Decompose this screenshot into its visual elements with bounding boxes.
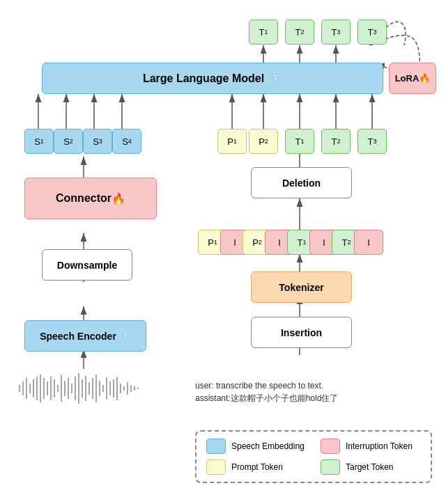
legend-interruption-label: Interruption Token (346, 441, 413, 451)
insertion-box: Insertion (251, 317, 352, 348)
lora-label: LoRA (395, 73, 420, 84)
output-t2: T2 (285, 19, 314, 45)
connector-box: Connector 🔥 (24, 178, 157, 219)
connector-label: Connector (56, 192, 112, 205)
p1-token-top: P1 (217, 129, 247, 154)
speech-encoder-label: Speech Encoder (40, 331, 116, 342)
downsample-box: Downsample (42, 249, 132, 281)
legend: Speech Embedding Interruption Token Prom… (195, 430, 432, 483)
legend-target: Target Token (321, 459, 421, 475)
lora-box: LoRA 🔥 (389, 63, 436, 94)
s3-token: S3 (83, 129, 112, 154)
legend-speech-swatch (206, 439, 226, 454)
lora-emoji: 🔥 (419, 73, 430, 84)
t1-token-top: T1 (285, 129, 314, 154)
diagram: Large Language Model ❄️ LoRA 🔥 T1 T2 T3 … (0, 0, 446, 504)
insertion-label: Insertion (281, 327, 322, 338)
user-text: user: transcribe the speech to text. (195, 379, 432, 392)
legend-target-swatch (321, 459, 340, 475)
tokenizer-label: Tokenizer (279, 282, 323, 293)
legend-speech-label: Speech Embedding (231, 441, 305, 451)
legend-interruption-swatch (321, 439, 340, 454)
audio-waveform (13, 369, 159, 407)
mid-i4: I (354, 230, 383, 255)
legend-prompt-label: Prompt Token (231, 462, 283, 472)
output-t3b: T3 (357, 19, 387, 45)
output-t3a: T3 (321, 19, 351, 45)
legend-interruption: Interruption Token (321, 439, 421, 454)
deletion-label: Deletion (282, 178, 321, 189)
assistant-text: assistant:这款帽子小个子也能hold住了 (195, 392, 432, 404)
tokenizer-box: Tokenizer (251, 271, 352, 303)
speech-encoder-emoji: ❄️ (119, 331, 131, 342)
s4-token: S4 (112, 129, 141, 154)
llm-label: Large Language Model (143, 72, 264, 85)
t2-token-top: T2 (321, 129, 351, 154)
text-block: user: transcribe the speech to text. ass… (195, 379, 432, 404)
llm-box: Large Language Model ❄️ (42, 63, 383, 94)
deletion-box: Deletion (251, 167, 352, 198)
llm-emoji: ❄️ (268, 72, 282, 85)
legend-speech: Speech Embedding (206, 439, 307, 454)
output-t1: T1 (249, 19, 278, 45)
connector-emoji: 🔥 (112, 192, 125, 205)
s1-token: S1 (24, 129, 54, 154)
legend-prompt-swatch (206, 459, 226, 475)
downsample-label: Downsample (57, 260, 117, 271)
p2-token-top: P2 (249, 129, 278, 154)
legend-prompt: Prompt Token (206, 459, 307, 475)
t3-token-top: T3 (357, 129, 387, 154)
s2-token: S2 (54, 129, 83, 154)
speech-encoder-box: Speech Encoder ❄️ (24, 320, 146, 352)
legend-target-label: Target Token (346, 462, 394, 472)
